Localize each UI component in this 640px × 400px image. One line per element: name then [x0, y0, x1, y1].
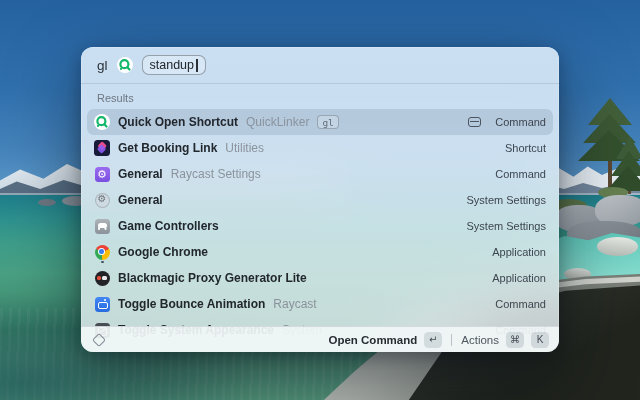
alias-tag: gl: [317, 115, 338, 129]
command-bar-icon: [468, 117, 481, 127]
result-type: Command: [495, 116, 546, 128]
raycast-settings-gear-icon: [94, 166, 110, 182]
result-row-game-controllers[interactable]: Game Controllers System Settings: [87, 213, 553, 239]
chrome-icon: [94, 244, 110, 260]
text-caret: [196, 59, 198, 72]
result-subtitle: Raycast Settings: [171, 167, 261, 181]
result-title: Toggle Bounce Animation: [118, 297, 265, 311]
result-title: Quick Open Shortcut: [118, 115, 238, 129]
result-type: System Settings: [467, 194, 546, 206]
quicklinker-icon: [117, 57, 133, 73]
result-type: System Settings: [467, 220, 546, 232]
quicklinker-icon: [94, 114, 110, 130]
white-boulder: [597, 237, 638, 256]
result-title: Google Chrome: [118, 245, 208, 259]
result-type: Application: [492, 246, 546, 258]
running-indicator-dot: [101, 261, 104, 264]
result-row-get-booking-link[interactable]: Get Booking Link Utilities Shortcut: [87, 135, 553, 161]
result-type: Command: [495, 298, 546, 310]
open-command-button[interactable]: Open Command: [328, 334, 417, 346]
action-bar: Open Command ↵ Actions ⌘ K: [81, 326, 559, 352]
argument-token-text: standup: [150, 58, 194, 72]
k-key-badge: K: [531, 332, 549, 348]
bounce-animation-icon: [94, 296, 110, 312]
result-type: Shortcut: [505, 142, 546, 154]
actions-button[interactable]: Actions: [461, 334, 499, 346]
search-input[interactable]: gl: [97, 58, 108, 73]
result-type: Command: [495, 168, 546, 180]
search-bar[interactable]: gl standup: [81, 47, 559, 84]
result-row-toggle-bounce[interactable]: Toggle Bounce Animation Raycast Command: [87, 291, 553, 317]
result-subtitle: QuickLinker: [246, 115, 309, 129]
cmd-key-badge: ⌘: [506, 332, 524, 348]
enter-key-badge: ↵: [424, 332, 442, 348]
argument-token[interactable]: standup: [142, 55, 206, 75]
raycast-logo-icon: [92, 332, 106, 346]
results-list: Results Quick Open Shortcut QuickLinker …: [81, 84, 559, 352]
footer-divider: [451, 334, 452, 346]
game-controller-icon: [94, 218, 110, 234]
result-title: Game Controllers: [118, 219, 219, 233]
shortcuts-pinwheel-icon: [94, 140, 110, 156]
result-row-general-raycast[interactable]: General Raycast Settings Command: [87, 161, 553, 187]
raycast-launcher-window: gl standup Results Quick Open Shortcut Q…: [81, 47, 559, 352]
small-rock: [38, 199, 56, 206]
result-type: Application: [492, 272, 546, 284]
result-subtitle: Utilities: [225, 141, 264, 155]
result-title: Get Booking Link: [118, 141, 217, 155]
result-row-general-system[interactable]: General System Settings: [87, 187, 553, 213]
result-row-blackmagic-proxy[interactable]: Blackmagic Proxy Generator Lite Applicat…: [87, 265, 553, 291]
results-section-header: Results: [81, 84, 559, 109]
result-row-google-chrome[interactable]: Google Chrome Application: [87, 239, 553, 265]
desktop: gl standup Results Quick Open Shortcut Q…: [0, 0, 640, 400]
blackmagic-icon: [94, 270, 110, 286]
result-row-quick-open-shortcut[interactable]: Quick Open Shortcut QuickLinker gl Comma…: [87, 109, 553, 135]
system-gear-icon: [94, 192, 110, 208]
result-title: General: [118, 193, 163, 207]
result-subtitle: Raycast: [273, 297, 316, 311]
result-title: Blackmagic Proxy Generator Lite: [118, 271, 307, 285]
result-title: General: [118, 167, 163, 181]
